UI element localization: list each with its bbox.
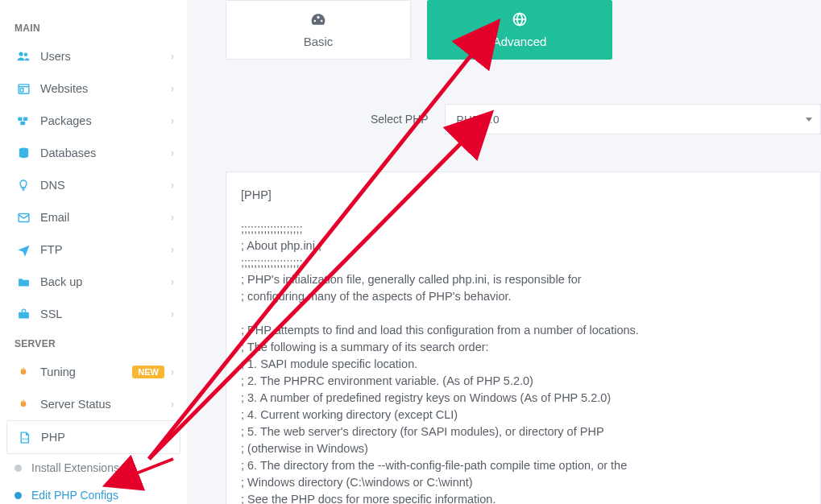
svg-rect-4 (18, 118, 22, 122)
send-icon (15, 242, 32, 258)
gauge-icon (310, 11, 326, 30)
dot-icon (15, 492, 22, 499)
sidebar: MAIN Users › Websites › Packages › Datab… (0, 0, 187, 504)
svg-rect-3 (20, 88, 23, 91)
sidebar-item-php[interactable]: PHP PHP › (6, 420, 180, 454)
sidebar-sub-install-extensions[interactable]: Install Extensions (0, 454, 187, 481)
chevron-right-icon: › (171, 399, 174, 410)
sidebar-item-label: Email (40, 211, 171, 224)
php-file-icon: PHP (15, 429, 33, 445)
sidebar-item-label: Websites (40, 82, 171, 95)
sidebar-item-label: SSL (40, 308, 171, 320)
users-icon (15, 48, 32, 64)
sidebar-item-server-status[interactable]: Server Status › (0, 388, 187, 420)
sidebar-sub-edit-php-configs[interactable]: Edit PHP Configs (0, 481, 187, 504)
dot-icon (15, 465, 22, 472)
sidebar-item-label: Back up (40, 275, 171, 288)
chevron-right-icon: › (171, 147, 174, 159)
sidebar-item-label: DNS (40, 179, 171, 192)
sidebar-item-label: Packages (40, 114, 171, 127)
sidebar-sub-label: Edit PHP Configs (31, 489, 118, 502)
sidebar-heading-server: SERVER (0, 330, 187, 356)
tab-label: Basic (304, 35, 334, 48)
chevron-right-icon: › (171, 51, 174, 62)
website-icon (15, 81, 32, 97)
sidebar-item-backup[interactable]: Back up › (0, 266, 187, 298)
chevron-right-icon: › (171, 366, 174, 378)
briefcase-icon (15, 306, 32, 322)
sidebar-sub-label: Install Extensions (31, 461, 119, 474)
bulb-icon (15, 177, 32, 193)
flame-icon (15, 396, 32, 412)
php-version-select[interactable]: PHP 7.0 (445, 104, 821, 134)
new-badge: NEW (132, 366, 164, 378)
sidebar-heading-main: MAIN (0, 14, 187, 40)
sidebar-item-label: Databases (40, 147, 171, 159)
database-icon (15, 145, 32, 161)
chevron-right-icon: › (171, 276, 174, 287)
sidebar-item-label: FTP (40, 243, 171, 256)
email-icon (15, 209, 32, 225)
chevron-right-icon: › (164, 432, 167, 443)
svg-point-1 (24, 53, 28, 57)
php-ini-editor[interactable]: [PHP] ;;;;;;;;;;;;;;;;;;; ; About php.in… (226, 171, 821, 504)
sidebar-item-label: PHP (41, 431, 164, 444)
sidebar-item-websites[interactable]: Websites › (0, 72, 187, 105)
chevron-right-icon: › (171, 244, 174, 255)
select-php-label: Select PHP (371, 113, 429, 126)
sidebar-item-ftp[interactable]: FTP › (0, 233, 187, 266)
flame-icon (15, 364, 32, 380)
tab-basic[interactable]: Basic (226, 0, 411, 60)
sidebar-item-label: Users (40, 50, 171, 63)
sidebar-item-tuning[interactable]: Tuning NEW › (0, 356, 187, 388)
sidebar-item-dns[interactable]: DNS › (0, 169, 187, 201)
main-content: Basic Advanced Select PHP PHP 7.0 [PHP] … (187, 0, 821, 504)
sidebar-item-label: Server Status (40, 398, 171, 411)
select-value: PHP 7.0 (457, 114, 500, 126)
chevron-right-icon: › (171, 308, 174, 320)
chevron-right-icon: › (171, 83, 174, 94)
svg-rect-9 (19, 312, 29, 318)
svg-text:PHP: PHP (22, 437, 29, 441)
sidebar-item-ssl[interactable]: SSL › (0, 298, 187, 330)
sidebar-item-label: Tuning (40, 366, 132, 378)
sidebar-item-email[interactable]: Email › (0, 201, 187, 233)
folder-icon (15, 274, 32, 290)
chevron-right-icon: › (171, 115, 174, 126)
tab-label: Advanced (493, 35, 547, 48)
globe-icon (512, 11, 528, 30)
tab-advanced[interactable]: Advanced (427, 0, 612, 60)
chevron-right-icon: › (171, 212, 174, 223)
svg-point-0 (19, 52, 23, 56)
sidebar-item-databases[interactable]: Databases › (0, 137, 187, 169)
sidebar-item-packages[interactable]: Packages › (0, 105, 187, 137)
php-select-row: Select PHP PHP 7.0 (371, 104, 821, 134)
mode-tabs: Basic Advanced (226, 0, 821, 60)
svg-rect-6 (20, 122, 25, 126)
packages-icon (15, 113, 32, 129)
sidebar-item-users[interactable]: Users › (0, 40, 187, 72)
chevron-right-icon: › (171, 180, 174, 191)
svg-rect-5 (23, 118, 27, 122)
